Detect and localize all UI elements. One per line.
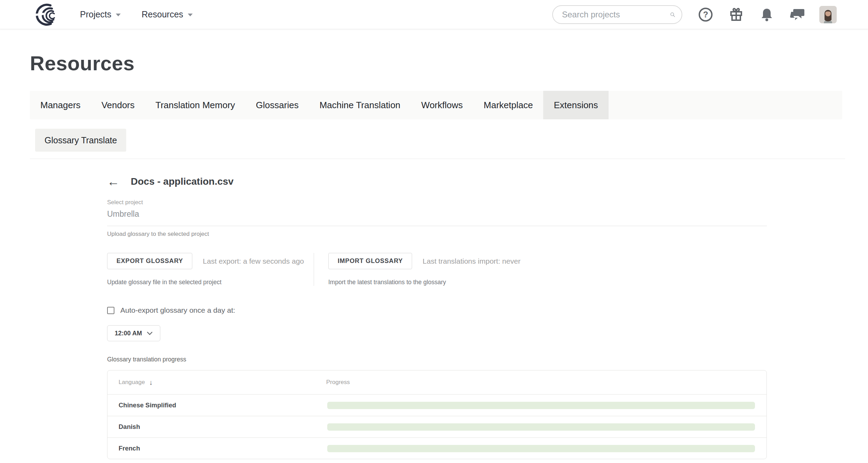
main-nav: Projects Resources xyxy=(80,9,193,19)
resources-tab[interactable]: Managers xyxy=(30,91,91,119)
upload-hint-text: Upload glossary to the selected project xyxy=(107,231,767,238)
chevron-down-icon xyxy=(188,14,193,16)
language-cell: French xyxy=(107,445,326,452)
document-header: ← Docs - application.csv xyxy=(107,175,767,188)
search-box[interactable] xyxy=(552,5,682,24)
glossary-translate-panel: ← Docs - application.csv Select project … xyxy=(107,175,767,459)
help-icon[interactable]: ? xyxy=(698,7,714,23)
chevron-down-icon xyxy=(116,14,121,16)
import-section: IMPORT GLOSSARY Last translations import… xyxy=(328,253,521,286)
progress-cell xyxy=(326,423,766,431)
auto-export-label: Auto-export glossary once a day at: xyxy=(120,306,235,314)
language-cell: Danish xyxy=(107,423,326,431)
table-row[interactable]: Danish xyxy=(107,416,766,437)
export-description: Update glossary file in the selected pro… xyxy=(107,279,314,286)
section-divider xyxy=(30,159,845,159)
resources-tab[interactable]: Workflows xyxy=(411,91,473,119)
auto-export-row: Auto-export glossary once a day at: xyxy=(107,306,767,314)
export-glossary-button[interactable]: EXPORT GLOSSARY xyxy=(107,253,192,269)
glossary-progress-table: Language ↓ Progress Chinese Simplified D… xyxy=(107,370,767,459)
chat-icon[interactable] xyxy=(789,7,805,23)
import-description: Import the latest translations to the gl… xyxy=(328,279,521,286)
topbar-icons: ? xyxy=(698,7,805,23)
back-button[interactable]: ← xyxy=(107,175,120,188)
app-logo[interactable] xyxy=(31,3,63,26)
document-title: Docs - application.csv xyxy=(131,176,234,187)
extensions-subtabs: Glossary Translate xyxy=(35,129,868,152)
progress-bar xyxy=(327,402,755,409)
export-status: Last export: a few seconds ago xyxy=(203,257,304,265)
resources-tab[interactable]: Extensions xyxy=(543,91,608,119)
language-header-label: Language xyxy=(119,379,145,386)
language-cell: Chinese Simplified xyxy=(107,401,326,409)
user-avatar[interactable] xyxy=(819,6,837,23)
progress-section-label: Glossary translation progress xyxy=(107,356,767,363)
time-select-dropdown[interactable]: 12:00 AM xyxy=(107,325,160,341)
time-select-value: 12:00 AM xyxy=(115,330,142,337)
svg-text:?: ? xyxy=(703,10,708,19)
resources-tab[interactable]: Marketplace xyxy=(473,91,544,119)
resources-tab[interactable]: Glossaries xyxy=(246,91,309,119)
nav-menu-label: Resources xyxy=(142,9,183,19)
glossary-actions: EXPORT GLOSSARY Last export: a few secon… xyxy=(107,253,767,286)
progress-bar xyxy=(327,445,755,452)
sort-descending-icon: ↓ xyxy=(149,378,153,386)
logo-swirl-icon xyxy=(31,3,63,26)
table-header-row: Language ↓ Progress xyxy=(107,370,766,394)
progress-cell xyxy=(326,445,766,452)
top-navigation-bar: Projects Resources ? xyxy=(0,0,868,29)
topbar-right-cluster: ? xyxy=(552,5,837,24)
notifications-icon[interactable] xyxy=(759,7,775,23)
select-project-label: Select project xyxy=(107,199,767,206)
selected-project-value: Umbrella xyxy=(107,209,767,219)
page-title: Resources xyxy=(30,51,868,75)
vertical-divider xyxy=(314,253,314,286)
progress-bar xyxy=(327,423,755,431)
import-glossary-button[interactable]: IMPORT GLOSSARY xyxy=(328,253,412,269)
progress-column-header: Progress xyxy=(326,379,350,386)
resources-tab[interactable]: Vendors xyxy=(91,91,145,119)
table-body: Chinese Simplified Danish French xyxy=(107,394,766,459)
table-row[interactable]: Chinese Simplified xyxy=(107,394,766,416)
subtab-glossary-translate[interactable]: Glossary Translate xyxy=(35,129,126,152)
export-section: EXPORT GLOSSARY Last export: a few secon… xyxy=(107,253,314,286)
select-project-field[interactable]: Select project Umbrella xyxy=(107,199,767,226)
language-column-header[interactable]: Language ↓ xyxy=(107,378,326,386)
auto-export-checkbox[interactable] xyxy=(107,307,114,314)
table-row[interactable]: French xyxy=(107,437,766,459)
progress-cell xyxy=(326,402,766,409)
nav-menu-item[interactable]: Resources xyxy=(142,9,193,19)
search-icon xyxy=(670,9,675,20)
resources-tab[interactable]: Translation Memory xyxy=(145,91,246,119)
nav-menu-item[interactable]: Projects xyxy=(80,9,121,19)
chevron-down-icon xyxy=(147,332,153,335)
gift-icon[interactable] xyxy=(728,7,744,23)
import-status: Last translations import: never xyxy=(423,257,520,265)
nav-menu-label: Projects xyxy=(80,9,111,19)
search-input[interactable] xyxy=(562,10,670,19)
resources-tab[interactable]: Machine Translation xyxy=(309,91,411,119)
resources-tab-bar: ManagersVendorsTranslation MemoryGlossar… xyxy=(30,91,842,119)
